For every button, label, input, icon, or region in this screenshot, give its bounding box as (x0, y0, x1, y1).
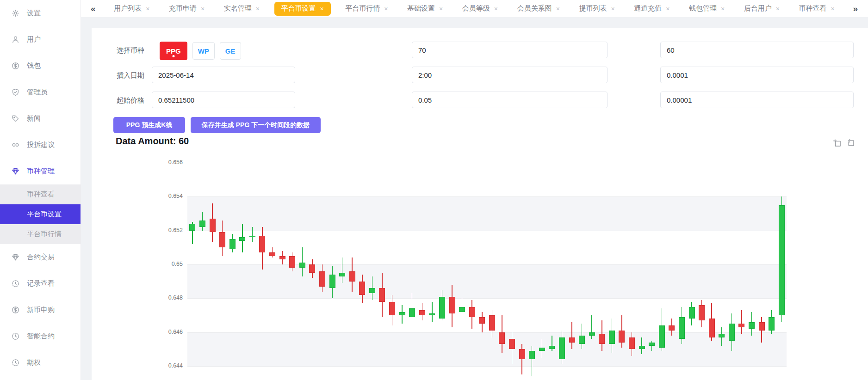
gridline (187, 298, 787, 299)
sidebar-subitem-platform-coin-settings[interactable]: 平台币设置 (0, 204, 81, 224)
tab-member-relation-graph[interactable]: 会员关系图× (513, 2, 564, 16)
sidebar-item-record-view[interactable]: 记录查看 (0, 270, 81, 297)
tab-platform-coin-settings[interactable]: 平台币设置× (274, 2, 331, 16)
tabs-container: 用户列表×充币申请×实名管理×平台币设置×平台币行情×基础设置×会员等级×会员关… (99, 0, 849, 17)
candle-body (489, 315, 495, 331)
candle-body (459, 307, 465, 312)
sidebar-item-label: 钱包 (27, 61, 41, 70)
candle-body (210, 219, 216, 232)
tab-label: 实名管理 (224, 4, 252, 13)
tab-user-list[interactable]: 用户列表× (109, 2, 154, 16)
candle-body (219, 232, 225, 247)
sidebar: 设置用户钱包管理员新闻投拆建议币种管理币种查看平台币设置平台币行情合约交易记录查… (0, 0, 81, 380)
candle-body (339, 273, 345, 276)
tab-real-name[interactable]: 实名管理× (219, 2, 264, 16)
candle-body (249, 236, 255, 238)
candle-body (479, 317, 485, 324)
candle-body (239, 237, 245, 240)
candle-body (709, 319, 715, 337)
tab-wallet-management[interactable]: 钱包管理× (684, 2, 729, 16)
tab-close-icon[interactable]: × (556, 6, 560, 12)
tab-close-icon[interactable]: × (256, 6, 260, 12)
y-axis-tick: 0.656 (138, 159, 183, 165)
tab-close-icon[interactable]: × (384, 6, 388, 12)
candle-body (669, 325, 675, 331)
tab-close-icon[interactable]: × (831, 6, 835, 12)
candle-body (699, 305, 705, 320)
candlestick-chart[interactable]: 0.6560.6540.6520.650.6480.6460.644 (92, 28, 868, 380)
tab-label: 充币申请 (169, 4, 197, 13)
sidebar-item-label: 币种管理 (27, 167, 55, 176)
tab-close-icon[interactable]: × (201, 6, 205, 12)
tab-withdraw-list[interactable]: 提币列表× (574, 2, 619, 16)
tab-close-icon[interactable]: × (776, 6, 780, 12)
clock-icon (12, 332, 19, 340)
candle-body (379, 288, 385, 301)
candle-body (439, 297, 445, 319)
sidebar-item-label: 新币申购 (27, 306, 55, 314)
candle-body (389, 302, 395, 315)
candle-body (599, 334, 605, 344)
sidebar-item-admins[interactable]: 管理员 (0, 79, 81, 105)
y-axis-tick: 0.654 (138, 193, 183, 199)
gridline (187, 332, 787, 333)
tab-backend-users[interactable]: 后台用户× (739, 2, 784, 16)
sidebar-item-label: 智能合约 (27, 332, 55, 341)
sidebar-item-options[interactable]: 期权 (0, 349, 81, 376)
shield-check-icon (12, 88, 19, 96)
sidebar-subitem-coin-view[interactable]: 币种查看 (0, 184, 81, 204)
candle-body (559, 337, 565, 360)
tab-label: 平台币行情 (345, 4, 380, 13)
candle-wick (252, 227, 253, 242)
sidebar-item-settings[interactable]: 设置 (0, 0, 81, 26)
candle-body (549, 346, 555, 349)
candle-body (369, 288, 375, 293)
tab-member-level[interactable]: 会员等级× (458, 2, 502, 16)
gem-icon (12, 253, 19, 261)
tab-close-icon[interactable]: × (611, 6, 614, 12)
candle-body (229, 239, 236, 249)
gear-icon (12, 9, 19, 17)
y-axis-tick: 0.65 (138, 261, 183, 267)
tab-basic-settings[interactable]: 基础设置× (403, 2, 447, 16)
candle-body (769, 317, 775, 331)
tab-deposit-request[interactable]: 充币申请× (164, 2, 209, 16)
sidebar-item-users[interactable]: 用户 (0, 26, 81, 53)
sidebar-subitem-platform-coin-market[interactable]: 平台币行情 (0, 224, 81, 244)
tab-close-icon[interactable]: × (439, 6, 443, 12)
sidebar-submenu: 币种查看平台币设置平台币行情 (0, 184, 81, 244)
candle-body (409, 308, 415, 317)
candle-body (509, 339, 515, 349)
tag-icon (12, 115, 19, 123)
tab-coin-view[interactable]: 币种查看× (794, 2, 839, 16)
tabs-scroll-right-icon[interactable]: » (849, 4, 862, 14)
sidebar-item-feedback[interactable]: 投拆建议 (0, 132, 81, 158)
sidebar-item-label: 期权 (27, 358, 41, 367)
candle-body (679, 317, 685, 339)
sidebar-item-coin-management[interactable]: 币种管理 (0, 158, 81, 184)
tab-close-icon[interactable]: × (494, 6, 498, 12)
candle-body (299, 263, 305, 268)
tab-close-icon[interactable]: × (721, 6, 725, 12)
tab-close-icon[interactable]: × (146, 6, 149, 12)
sidebar-item-news[interactable]: 新闻 (0, 105, 81, 132)
sidebar-item-label: 记录查看 (27, 279, 55, 288)
candle-body (269, 252, 275, 256)
candle-body (449, 297, 455, 314)
sidebar-item-new-coin-subscription[interactable]: 新币申购 (0, 297, 81, 323)
candle-body (529, 351, 535, 359)
tab-close-icon[interactable]: × (666, 6, 670, 12)
gridline (187, 163, 787, 163)
sidebar-item-contract-trading[interactable]: 合约交易 (0, 244, 81, 270)
tab-channel-recharge[interactable]: 通道充值× (629, 2, 674, 16)
candle-wick (741, 310, 742, 334)
tab-label: 平台币设置 (281, 4, 316, 13)
tab-close-icon[interactable]: × (320, 6, 324, 12)
tab-platform-coin-market[interactable]: 平台币行情× (341, 2, 392, 16)
sidebar-item-wallet[interactable]: 钱包 (0, 53, 81, 79)
candle-body (539, 348, 545, 351)
gridline (187, 366, 787, 367)
tabs-scroll-left-icon[interactable]: « (87, 4, 99, 14)
candle-body (349, 271, 355, 282)
sidebar-item-smart-contract[interactable]: 智能合约 (0, 323, 81, 349)
